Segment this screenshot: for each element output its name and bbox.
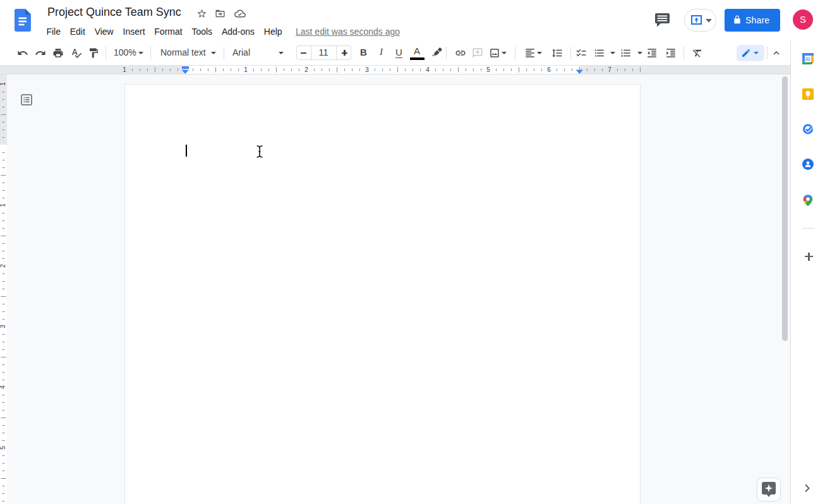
svg-text:4: 4 xyxy=(0,385,6,389)
svg-text:1: 1 xyxy=(0,203,6,207)
svg-text:6: 6 xyxy=(547,66,551,73)
svg-text:31: 31 xyxy=(805,56,810,62)
svg-text:3: 3 xyxy=(0,325,6,328)
svg-text:3: 3 xyxy=(365,66,369,73)
svg-text:2: 2 xyxy=(0,264,6,268)
svg-text:1: 1 xyxy=(123,66,126,73)
svg-text:7: 7 xyxy=(608,66,611,73)
svg-text:5: 5 xyxy=(0,446,6,450)
svg-text:1: 1 xyxy=(244,66,248,73)
svg-text:2: 2 xyxy=(304,66,308,73)
svg-text:4: 4 xyxy=(426,66,430,73)
svg-text:5: 5 xyxy=(486,66,490,73)
svg-text:1: 1 xyxy=(0,82,6,86)
